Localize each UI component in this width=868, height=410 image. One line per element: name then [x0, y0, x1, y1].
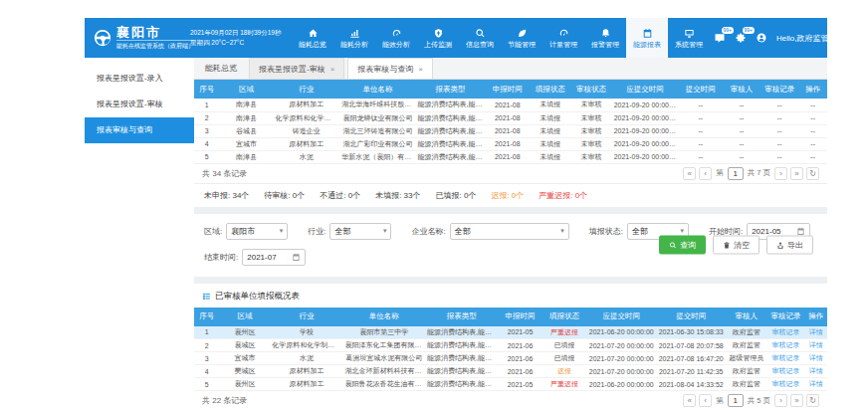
datetime-block: 2021年09月02日 18时39分19秒 星期四 20°C~27°C — [190, 28, 292, 48]
industry-select[interactable]: 全部▾ — [329, 223, 391, 240]
nav-item-system-management[interactable]: 系统管理 — [668, 18, 710, 58]
pagination-first-button[interactable]: « — [683, 394, 696, 407]
table-cell: 2021-07-20 00:00:00 — [586, 352, 656, 365]
column-header: 应提交时间 — [586, 308, 656, 326]
tab-energy-overview[interactable]: 能耗总览 — [196, 58, 246, 79]
table-cell: -- — [798, 124, 827, 137]
tab-report-setting-review[interactable]: 报表呈报设置-审核× — [249, 58, 344, 79]
table-cell: -- — [798, 137, 827, 150]
pending-report-table-card: 序号区域行业单位名称报表类型申报时间填报状态审核状态应提交时间提交时间审核人审核… — [194, 80, 827, 207]
table-cell: 2021-06-30 15:08:33 — [656, 326, 726, 339]
nav-item-efficiency-analysis[interactable]: 能效分析 — [375, 18, 417, 58]
audit-record-link[interactable]: 审核记录 — [772, 328, 800, 335]
column-header: 区域 — [219, 308, 270, 326]
message-icon[interactable]: 99+ — [714, 32, 726, 44]
table-cell: 3 — [194, 124, 219, 137]
nav-item-energy-overview[interactable]: 能耗总览 — [292, 18, 333, 58]
column-header: 提交时间 — [678, 80, 723, 99]
table-cell: -- — [798, 111, 827, 124]
pagination-refresh-button[interactable]: ↻ — [806, 167, 819, 180]
record-count: 共 34 条记录 — [202, 168, 247, 179]
stat-item: 待审核: 0个 — [264, 190, 305, 201]
table-cell: 化学原料和化学制品制造业 — [270, 339, 342, 352]
nav-item-energy-analysis[interactable]: 能耗分析 — [333, 18, 375, 58]
search-button[interactable]: 查询 — [659, 236, 706, 255]
user-menu[interactable]: Hello,政府监管 ▾ — [776, 33, 835, 44]
detail-link[interactable]: 详情 — [809, 380, 823, 387]
table-cell: 原材料加工 — [270, 365, 342, 378]
nav-item-upload-monitor[interactable]: 上传监测 — [417, 18, 459, 58]
table-cell: 南漳县 — [219, 99, 273, 111]
detail-link[interactable]: 详情 — [809, 354, 823, 361]
pagination-first-button[interactable]: « — [683, 167, 696, 180]
pagination-last-button[interactable]: » — [790, 167, 803, 180]
nav-item-metering[interactable]: 计量管理 — [542, 18, 584, 58]
table-cell: -- — [723, 111, 760, 124]
region-select[interactable]: 襄阳市▾ — [226, 223, 288, 240]
pagination-next-button[interactable]: › — [774, 394, 787, 407]
gear-icon[interactable]: 99+ — [735, 32, 747, 44]
nav-item-alarm-management[interactable]: 报警管理 — [584, 18, 626, 58]
header-right: 99+ 99+ Hello,政府监管 ▾ 退出 — [710, 30, 864, 47]
pagination-refresh-button[interactable]: ↻ — [806, 394, 819, 407]
close-icon[interactable]: × — [330, 59, 335, 80]
detail-link[interactable]: 详情 — [809, 328, 823, 335]
user-avatar-icon[interactable] — [756, 32, 767, 44]
table-cell: 学校 — [270, 326, 342, 339]
detail-link[interactable]: 详情 — [809, 367, 823, 374]
table-cell: 政府监管 — [726, 365, 766, 378]
nav-item-energy-report[interactable]: 能源报表 — [626, 18, 668, 58]
table-cell: -- — [760, 150, 798, 163]
table-cell: 已填报 — [542, 352, 587, 365]
detail-link[interactable]: 详情 — [809, 341, 823, 348]
table-cell: 襄州区 — [219, 326, 270, 339]
audited-report-table: 序号区域行业单位名称报表类型申报时间填报状态应提交时间提交时间审核人审核记录操作… — [194, 308, 827, 392]
table-cell: 能源消费结构表,能效指标... — [416, 99, 486, 111]
audit-record-link[interactable]: 审核记录 — [772, 380, 800, 387]
pagination-current-page[interactable]: 1 — [728, 167, 744, 180]
end-time-label: 结束时间: — [204, 252, 238, 263]
stats-row: 未申报: 34个待审核: 0个不通过: 0个未填报: 33个已填报: 0个迟报:… — [194, 183, 827, 207]
table-cell: 2021-09-20 00:00:00 — [612, 99, 679, 111]
power-icon — [845, 30, 855, 40]
export-button[interactable]: 导出 — [766, 236, 813, 255]
end-time-input[interactable]: 2021-07 — [242, 249, 306, 266]
table-cell: 襄州区 — [219, 378, 270, 391]
sidebar-item-report-setting-review[interactable]: 报表呈报设置-审核 — [85, 92, 194, 117]
column-header: 审核人 — [723, 80, 760, 99]
sidebar-item-report-audit-query[interactable]: 报表审核与查询 — [85, 117, 194, 143]
search-icon — [669, 241, 677, 249]
table-cell: 审核记录 — [767, 365, 805, 378]
pagination-prev-button[interactable]: ‹ — [699, 167, 712, 180]
audit-record-link[interactable]: 审核记录 — [772, 341, 800, 348]
tab-report-audit-query[interactable]: 报表审核与查询× — [347, 58, 433, 79]
nav-item-energy-saving[interactable]: 节能管理 — [501, 18, 542, 58]
top-header: 襄阳市 能耗在线监管系统（政府端） 2021年09月02日 18时39分19秒 … — [85, 18, 827, 58]
table-row: 1襄州区学校襄阳市第三中学能源消费结构表,能效指标情...2021-05严重迟报… — [194, 326, 827, 339]
column-header: 序号 — [194, 308, 219, 326]
chevron-down-icon: ▾ — [280, 227, 284, 235]
table-cell: 湖北三环铸造有限公司 — [339, 124, 415, 137]
audit-record-link[interactable]: 审核记录 — [772, 354, 800, 361]
pagination-prev-button[interactable]: ‹ — [699, 394, 712, 407]
table-cell: 能源消费结构表,能效指标情... — [425, 326, 498, 339]
table-cell: 湖北华海纤维科技股份有... — [339, 99, 415, 111]
pagination-last-button[interactable]: » — [790, 394, 803, 407]
table-row: 3谷城县铸造企业湖北三环铸造有限公司能源消费结构表,能效指标...2021-08… — [194, 124, 827, 137]
close-icon[interactable]: × — [418, 59, 423, 80]
company-select[interactable]: 全部▾ — [450, 223, 569, 240]
audit-record-link[interactable]: 审核记录 — [772, 367, 800, 374]
table-cell: 未审核 — [570, 137, 611, 150]
logout-button[interactable]: 退出 — [844, 30, 856, 47]
pagination-current-page[interactable]: 1 — [728, 394, 744, 407]
pagination-next-button[interactable]: › — [774, 167, 787, 180]
sidebar-item-report-setting-entry[interactable]: 报表呈报设置-录入 — [85, 66, 194, 92]
column-header: 审核人 — [726, 308, 766, 326]
table-cell: 详情 — [805, 339, 827, 352]
table-cell: 华新水泥（襄阳）有限公司 — [339, 150, 415, 163]
list-icon — [202, 292, 211, 301]
nav-item-info-query[interactable]: 信息查询 — [459, 18, 501, 58]
table-cell: 5 — [194, 150, 219, 163]
clear-button[interactable]: 清空 — [713, 236, 760, 255]
chevron-down-icon: ▾ — [383, 227, 387, 235]
